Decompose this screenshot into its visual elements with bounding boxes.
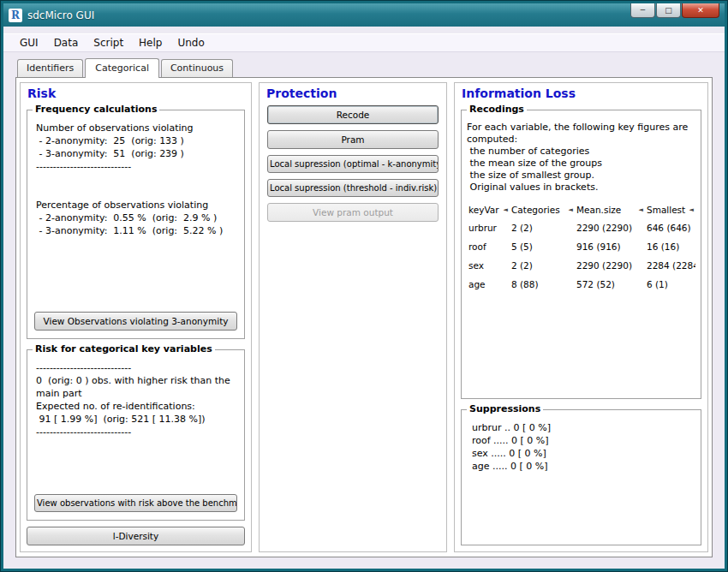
main-panel: Risk Frequency calculations Number of ob… (15, 77, 713, 557)
freq-line: Number of observations violating (33, 122, 239, 134)
table-row[interactable]: age 8 (88) 572 (52) 6 (1) (467, 275, 695, 294)
recodings-title: Recodings (467, 104, 527, 115)
cat-line: ---------------------------- (33, 361, 239, 374)
recodings-desc-line: Original values in brackets. (467, 182, 695, 194)
close-button[interactable]: ✕ (682, 3, 719, 18)
tab-categorical[interactable]: Categorical (85, 58, 159, 78)
cell-smallest: 646 (646) (645, 223, 695, 233)
recodings-desc-line: the number of categories (467, 146, 695, 158)
recodings-desc-line: the mean size of the groups (467, 158, 695, 170)
suppression-line: urbrur .. 0 [ 0 %] (467, 421, 695, 434)
suppression-line: age ..... 0 [ 0 %] (467, 460, 695, 473)
freq-line (33, 173, 239, 186)
menu-script[interactable]: Script (86, 34, 131, 51)
close-icon: ✕ (697, 7, 704, 15)
window-controls: ─ □ ✕ (630, 3, 719, 18)
column-header-meansize[interactable]: Mean.size◄ (575, 205, 645, 215)
cell-meansize: 916 (916) (575, 241, 645, 252)
cat-line: 91 [ 1.99 %] (orig: 521 [ 11.38 %]) (33, 413, 239, 426)
cell-meansize: 2290 (2290) (575, 223, 645, 233)
tab-continuous[interactable]: Continuous (161, 59, 233, 77)
cat-line: ---------------------------- (33, 426, 239, 438)
cell-categories: 8 (88) (510, 279, 575, 289)
cell-keyvar: sex (467, 260, 510, 271)
cat-line: 0 (orig: 0 ) obs. with higher risk than … (33, 374, 239, 400)
protection-column: Protection Recode Pram Local supression … (259, 82, 447, 552)
view-pram-output-button: View pram output (267, 203, 439, 222)
suppression-line: roof ..... 0 [ 0 %] (467, 434, 695, 447)
window-title: sdcMicro GUI (27, 9, 94, 21)
minimize-icon: ─ (641, 7, 645, 15)
cell-categories: 5 (5) (510, 241, 575, 252)
freq-line: - 2-anonymity: 25 (orig: 133 ) (33, 134, 239, 147)
local-suppression-optimal-button[interactable]: Local supression (optimal - k-anonymity) (267, 155, 439, 173)
tab-strip: Identifiers Categorical Continuous (17, 58, 725, 77)
column-header-smallest[interactable]: Smallest◄ (645, 205, 695, 215)
table-row[interactable]: sex 2 (2) 2290 (2290) 2284 (2284) (467, 256, 695, 275)
view-risk-above-benchmark-button[interactable]: View observations with risk above the be… (34, 494, 237, 512)
risk-categorical-box: Risk for categorical key variables -----… (27, 349, 245, 521)
recode-button[interactable]: Recode (267, 105, 439, 124)
recodings-box: Recodings For each variable, the followi… (461, 110, 701, 399)
suppressions-box: Suppressions urbrur .. 0 [ 0 %] roof ...… (461, 409, 701, 545)
frequency-calculations-box: Frequency calculations Number of observa… (27, 110, 245, 339)
cell-meansize: 2290 (2290) (575, 260, 645, 271)
column-header-label: keyVar (468, 205, 499, 215)
menubar: GUI Data Script Help Undo (3, 33, 725, 52)
freq-line: - 3-anonymity: 1.11 % (orig: 5.22 % ) (33, 224, 239, 237)
cell-categories: 2 (2) (510, 223, 575, 233)
sort-icon[interactable]: ◄ (504, 206, 508, 213)
cat-line: Expected no. of re-identifications: (33, 400, 239, 413)
protection-heading: Protection (266, 86, 440, 100)
recodings-table: keyVar◄ Categories◄ Mean.size◄ Smallest◄… (467, 201, 695, 294)
freq-line (33, 186, 239, 199)
cell-keyvar: age (467, 279, 510, 289)
freq-line: - 2-anonymity: 0.55 % (orig: 2.9 % ) (33, 212, 239, 224)
cell-keyvar: roof (467, 241, 510, 252)
frequency-calculations-title: Frequency calculations (33, 104, 159, 115)
l-diversity-button[interactable]: l-Diversity (27, 527, 245, 545)
menu-data[interactable]: Data (46, 34, 87, 51)
recodings-table-header: keyVar◄ Categories◄ Mean.size◄ Smallest◄ (467, 201, 695, 218)
risk-categorical-title: Risk for categorical key variables (33, 343, 215, 355)
menu-undo[interactable]: Undo (170, 34, 212, 51)
cell-keyvar: urbrur (467, 223, 510, 233)
recodings-desc-line: the size of smallest group. (467, 170, 695, 182)
column-header-label: Categories (511, 205, 560, 215)
cell-meansize: 572 (52) (575, 279, 645, 289)
sort-icon[interactable]: ◄ (689, 206, 694, 213)
freq-line: ---------------------------- (33, 160, 239, 173)
cell-smallest: 2284 (2284) (645, 260, 695, 271)
cell-smallest: 16 (16) (645, 241, 695, 252)
titlebar[interactable]: R sdcMicro GUI ─ □ ✕ (3, 3, 725, 27)
freq-line: - 3-anonymity: 51 (orig: 239 ) (33, 147, 239, 160)
table-row[interactable]: roof 5 (5) 916 (916) 16 (16) (467, 237, 695, 256)
menu-gui[interactable]: GUI (12, 34, 46, 51)
tab-identifiers[interactable]: Identifiers (17, 59, 83, 77)
column-header-label: Smallest (647, 205, 685, 215)
sort-icon[interactable]: ◄ (569, 206, 573, 213)
recodings-desc-line: For each variable, the following key fig… (467, 122, 695, 146)
information-loss-column: Information Loss Recodings For each vari… (454, 82, 708, 552)
freq-line: Percentage of observations violating (33, 199, 239, 212)
cell-categories: 2 (2) (510, 260, 575, 271)
information-loss-heading: Information Loss (462, 86, 701, 100)
cell-smallest: 6 (1) (645, 279, 695, 289)
maximize-button[interactable]: □ (656, 3, 681, 18)
column-header-label: Mean.size (576, 205, 621, 215)
sort-icon[interactable]: ◄ (639, 206, 643, 213)
column-header-categories[interactable]: Categories◄ (510, 205, 575, 215)
suppressions-title: Suppressions (467, 403, 543, 414)
app-logo-icon: R (9, 9, 22, 22)
maximize-icon: □ (665, 7, 672, 15)
column-header-keyvar[interactable]: keyVar◄ (467, 205, 510, 215)
risk-heading: Risk (27, 86, 245, 100)
view-observations-3anonymity-button[interactable]: View Observations violating 3-anonymity (34, 312, 237, 331)
minimize-button[interactable]: ─ (630, 3, 655, 18)
menu-help[interactable]: Help (131, 34, 170, 51)
local-suppression-threshold-button[interactable]: Local supression (threshold - indiv.risk… (267, 179, 439, 197)
app-window: R sdcMicro GUI ─ □ ✕ GUI Data Script Hel… (0, 0, 728, 572)
table-row[interactable]: urbrur 2 (2) 2290 (2290) 646 (646) (467, 218, 695, 237)
pram-button[interactable]: Pram (267, 130, 439, 149)
risk-column: Risk Frequency calculations Number of ob… (20, 82, 252, 552)
